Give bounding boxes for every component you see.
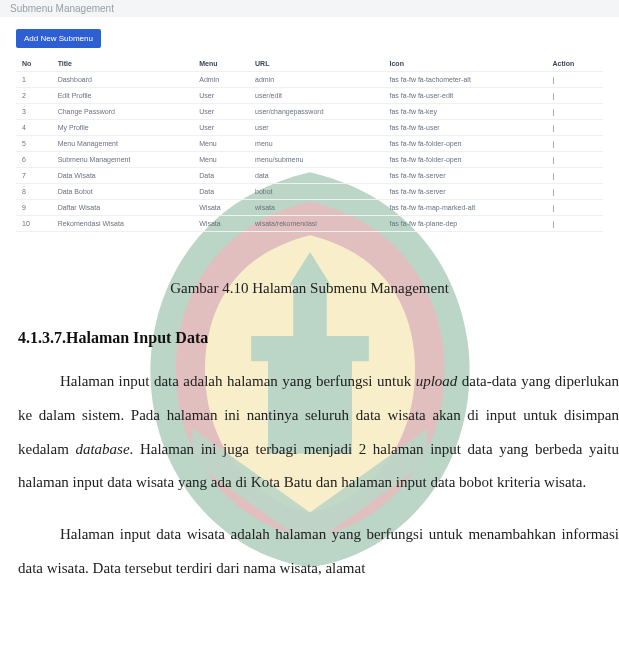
table-row: 4My ProfileUseruserfas fa-fw fa-user| — [16, 120, 603, 136]
section-title-text: Halaman Input Data — [66, 329, 208, 346]
td-action[interactable]: | — [547, 104, 603, 120]
td-url: user/edit — [249, 88, 383, 104]
td-title: Data Bobot — [52, 184, 194, 200]
th-icon: Icon — [384, 56, 547, 72]
td-menu: Wisata — [193, 216, 249, 232]
th-menu: Menu — [193, 56, 249, 72]
td-icon: fas fa-fw fa-server — [384, 168, 547, 184]
td-title: Submenu Management — [52, 152, 194, 168]
td-icon: fas fa-fw fa-user-edit — [384, 88, 547, 104]
submenu-table: No Title Menu URL Icon Action 1Dashboard… — [16, 56, 603, 232]
td-action[interactable]: | — [547, 168, 603, 184]
td-url: menu — [249, 136, 383, 152]
table-header-row: No Title Menu URL Icon Action — [16, 56, 603, 72]
td-no: 9 — [16, 200, 52, 216]
p2-t1: Halaman input data wisata adalah halaman… — [18, 526, 619, 576]
p1-t1: Halaman input data adalah halaman yang b… — [60, 373, 416, 389]
td-action[interactable]: | — [547, 200, 603, 216]
td-url: user — [249, 120, 383, 136]
td-no: 5 — [16, 136, 52, 152]
td-url: bobot — [249, 184, 383, 200]
table-row: 8Data BobotDatabobotfas fa-fw fa-server| — [16, 184, 603, 200]
breadcrumb-label: Submenu Management — [10, 3, 114, 14]
p1-em1: upload — [416, 373, 458, 389]
td-no: 8 — [16, 184, 52, 200]
table-row: 10Rekomendasi WisataWisatawisata/rekomen… — [16, 216, 603, 232]
td-no: 6 — [16, 152, 52, 168]
th-no: No — [16, 56, 52, 72]
td-url: user/changepassword — [249, 104, 383, 120]
breadcrumb: Submenu Management — [0, 0, 619, 17]
td-menu: Data — [193, 168, 249, 184]
td-menu: User — [193, 88, 249, 104]
td-title: Data Wisata — [52, 168, 194, 184]
figure-caption: Gambar 4.10 Halaman Submenu Management — [0, 280, 619, 297]
td-icon: fas fa-fw fa-map-marked-alt — [384, 200, 547, 216]
td-icon: fas fa-fw fa-server — [384, 184, 547, 200]
td-icon: fas fa-fw fa-plane-dep — [384, 216, 547, 232]
td-url: data — [249, 168, 383, 184]
table-row: 9Daftar WisataWisatawisatafas fa-fw fa-m… — [16, 200, 603, 216]
section-number: 4.1.3.7. — [18, 329, 66, 346]
p1-em2: database — [75, 441, 129, 457]
table-row: 7Data WisataDatadatafas fa-fw fa-server| — [16, 168, 603, 184]
td-action[interactable]: | — [547, 216, 603, 232]
paragraph-1: Halaman input data adalah halaman yang b… — [18, 365, 619, 500]
td-no: 2 — [16, 88, 52, 104]
td-menu: Menu — [193, 136, 249, 152]
td-title: Daftar Wisata — [52, 200, 194, 216]
td-title: Dashboard — [52, 72, 194, 88]
td-icon: fas fa-fw fa-key — [384, 104, 547, 120]
th-title: Title — [52, 56, 194, 72]
td-no: 10 — [16, 216, 52, 232]
td-title: Edit Profile — [52, 88, 194, 104]
td-icon: fas fa-fw fa-tachometer-alt — [384, 72, 547, 88]
td-action[interactable]: | — [547, 184, 603, 200]
td-menu: User — [193, 120, 249, 136]
td-icon: fas fa-fw fa-folder-open — [384, 152, 547, 168]
td-menu: User — [193, 104, 249, 120]
td-action[interactable]: | — [547, 120, 603, 136]
table-body: 1DashboardAdminadminfas fa-fw fa-tachome… — [16, 72, 603, 232]
table-row: 5Menu ManagementMenumenufas fa-fw fa-fol… — [16, 136, 603, 152]
section-heading: 4.1.3.7.Halaman Input Data — [18, 329, 619, 347]
td-no: 7 — [16, 168, 52, 184]
td-action[interactable]: | — [547, 152, 603, 168]
td-title: Change Password — [52, 104, 194, 120]
td-title: My Profile — [52, 120, 194, 136]
table-row: 3Change PasswordUseruser/changepasswordf… — [16, 104, 603, 120]
td-url: wisata — [249, 200, 383, 216]
td-icon: fas fa-fw fa-user — [384, 120, 547, 136]
td-title: Rekomendasi Wisata — [52, 216, 194, 232]
td-no: 3 — [16, 104, 52, 120]
td-url: admin — [249, 72, 383, 88]
paragraph-2: Halaman input data wisata adalah halaman… — [18, 518, 619, 586]
th-action: Action — [547, 56, 603, 72]
td-menu: Data — [193, 184, 249, 200]
table-row: 6Submenu ManagementMenumenu/submenufas f… — [16, 152, 603, 168]
td-icon: fas fa-fw fa-folder-open — [384, 136, 547, 152]
td-action[interactable]: | — [547, 88, 603, 104]
td-url: wisata/rekomendasi — [249, 216, 383, 232]
table-row: 2Edit ProfileUseruser/editfas fa-fw fa-u… — [16, 88, 603, 104]
submenu-panel: Add New Submenu No Title Menu URL Icon A… — [0, 17, 619, 244]
td-no: 4 — [16, 120, 52, 136]
td-action[interactable]: | — [547, 136, 603, 152]
add-new-submenu-button[interactable]: Add New Submenu — [16, 29, 101, 48]
td-title: Menu Management — [52, 136, 194, 152]
td-menu: Wisata — [193, 200, 249, 216]
th-url: URL — [249, 56, 383, 72]
td-action[interactable]: | — [547, 72, 603, 88]
td-menu: Menu — [193, 152, 249, 168]
td-menu: Admin — [193, 72, 249, 88]
table-row: 1DashboardAdminadminfas fa-fw fa-tachome… — [16, 72, 603, 88]
td-no: 1 — [16, 72, 52, 88]
td-url: menu/submenu — [249, 152, 383, 168]
